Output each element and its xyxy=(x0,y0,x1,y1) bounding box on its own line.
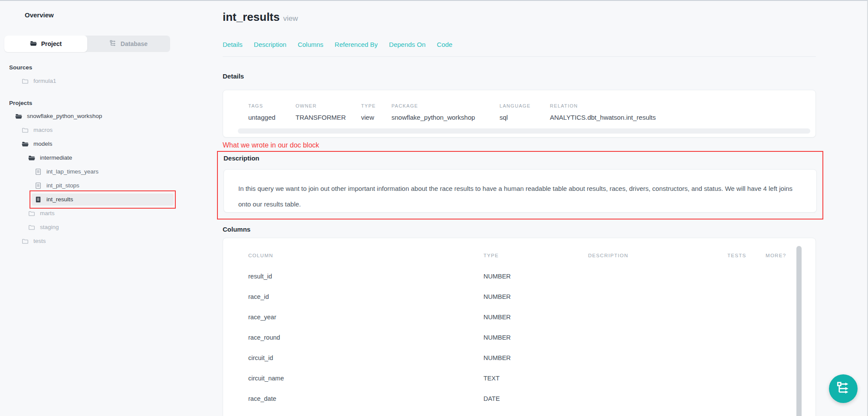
header-description: DESCRIPTION xyxy=(588,253,727,258)
view-toggle: Project Database xyxy=(4,36,170,52)
description-heading: Description xyxy=(224,154,822,162)
folder-open-icon xyxy=(22,141,29,147)
table-row-circuit_name[interactable]: circuit_name TEXT xyxy=(248,368,789,388)
table-row-circuit_id[interactable]: circuit_id NUMBER xyxy=(248,347,789,368)
projects-label: Projects xyxy=(4,100,204,107)
tree-item-int_lap_times_years[interactable]: int_lap_times_years xyxy=(4,165,204,179)
field-relation: RELATION ANALYTICS.dbt_hwatson.int_resul… xyxy=(550,103,810,121)
field-type: TYPE view xyxy=(361,103,391,121)
source-item-formula1[interactable]: formula1 xyxy=(4,75,204,88)
sources-label: Sources xyxy=(4,64,204,71)
lineage-tree-icon xyxy=(110,40,116,48)
tab-description[interactable]: Description xyxy=(254,41,286,48)
columns-table-header: COLUMN TYPE DESCRIPTION TESTS MORE? xyxy=(248,250,789,261)
table-row-race_year[interactable]: race_year NUMBER xyxy=(248,307,789,327)
header-type: TYPE xyxy=(483,253,588,258)
field-language: LANGUAGE sql xyxy=(500,103,550,121)
header-tests: TESTS xyxy=(727,253,766,258)
folder-closed-icon xyxy=(28,210,35,217)
model-name: int_results xyxy=(223,10,280,23)
source-label: formula1 xyxy=(33,78,56,85)
tab-code[interactable]: Code xyxy=(437,41,453,48)
lineage-graph-button[interactable] xyxy=(829,374,858,403)
annotation-text: What we wrote in our doc block xyxy=(223,141,816,150)
annotation-highlight-box: Description In this query we want to joi… xyxy=(217,151,823,219)
toggle-database-button[interactable]: Database xyxy=(87,36,170,52)
tree-item-int_results-selected[interactable]: int_results xyxy=(4,193,204,206)
sidebar-heading: Overview xyxy=(4,11,204,19)
description-card: In this query we want to join out other … xyxy=(224,169,817,213)
header-more: MORE? xyxy=(766,253,789,258)
file-icon xyxy=(35,182,42,189)
header-column: COLUMN xyxy=(248,253,483,258)
tree-item-tests[interactable]: tests xyxy=(4,234,204,248)
field-package: PACKAGE snowflake_python_workshop xyxy=(391,103,500,121)
description-text: In this query we want to join out other … xyxy=(238,181,801,212)
field-owner: OWNER TRANSFORMER xyxy=(296,103,361,121)
folder-open-icon xyxy=(28,154,35,161)
resource-type-label: view xyxy=(283,14,298,23)
main-content: int_resultsview Details Description Colu… xyxy=(204,1,868,416)
tab-columns[interactable]: Columns xyxy=(298,41,323,48)
section-tabs: Details Description Columns Referenced B… xyxy=(223,40,816,49)
columns-card: COLUMN TYPE DESCRIPTION TESTS MORE? resu… xyxy=(223,238,816,416)
tree-item-int_pit_stops[interactable]: int_pit_stops xyxy=(4,179,204,193)
tab-depends-on[interactable]: Depends On xyxy=(389,41,425,48)
vertical-scrollbar[interactable] xyxy=(796,246,802,416)
horizontal-scrollbar[interactable] xyxy=(238,128,810,134)
details-fields: TAGS untagged OWNER TRANSFORMER TYPE vie… xyxy=(248,103,810,121)
columns-table-body: result_id NUMBER race_id NUMBER race_yea… xyxy=(248,266,789,416)
details-heading: Details xyxy=(223,72,816,80)
folder-closed-icon xyxy=(22,78,29,85)
toggle-project-label: Project xyxy=(41,40,62,47)
file-icon xyxy=(35,168,42,175)
toggle-database-label: Database xyxy=(121,40,148,47)
tree-item-staging[interactable]: staging xyxy=(4,220,204,234)
folder-open-icon xyxy=(30,40,37,48)
folder-open-icon xyxy=(15,113,22,120)
columns-heading: Columns xyxy=(223,226,816,233)
tree-item-intermediate[interactable]: intermediate xyxy=(4,151,204,165)
table-row-race_id[interactable]: race_id NUMBER xyxy=(248,286,789,307)
tree-item-marts[interactable]: marts xyxy=(4,206,204,220)
details-card: TAGS untagged OWNER TRANSFORMER TYPE vie… xyxy=(223,90,816,138)
table-row-race_time[interactable]: race_time TIME xyxy=(248,409,789,416)
file-filled-icon xyxy=(35,196,42,203)
tree-item-macros[interactable]: macros xyxy=(4,123,204,137)
tab-referenced-by[interactable]: Referenced By xyxy=(335,41,378,48)
folder-closed-icon xyxy=(22,238,29,245)
field-tags: TAGS untagged xyxy=(248,103,296,121)
project-tree: snowflake_python_workshop macros models … xyxy=(4,109,204,248)
table-row-race_date[interactable]: race_date DATE xyxy=(248,388,789,409)
lineage-graph-icon xyxy=(837,381,850,396)
folder-closed-icon xyxy=(28,224,35,231)
page-title: int_resultsview xyxy=(223,10,816,26)
tree-item-models[interactable]: models xyxy=(4,137,204,151)
toggle-project-button[interactable]: Project xyxy=(4,36,87,52)
sidebar: Overview Project Database Sources formul… xyxy=(0,1,204,416)
tree-item-snowflake_python_workshop[interactable]: snowflake_python_workshop xyxy=(4,109,204,123)
tabs-divider xyxy=(223,56,816,57)
table-row-race_round[interactable]: race_round NUMBER xyxy=(248,327,789,347)
folder-closed-icon xyxy=(22,127,29,134)
table-row-result_id[interactable]: result_id NUMBER xyxy=(248,266,789,286)
tab-details[interactable]: Details xyxy=(223,41,243,48)
